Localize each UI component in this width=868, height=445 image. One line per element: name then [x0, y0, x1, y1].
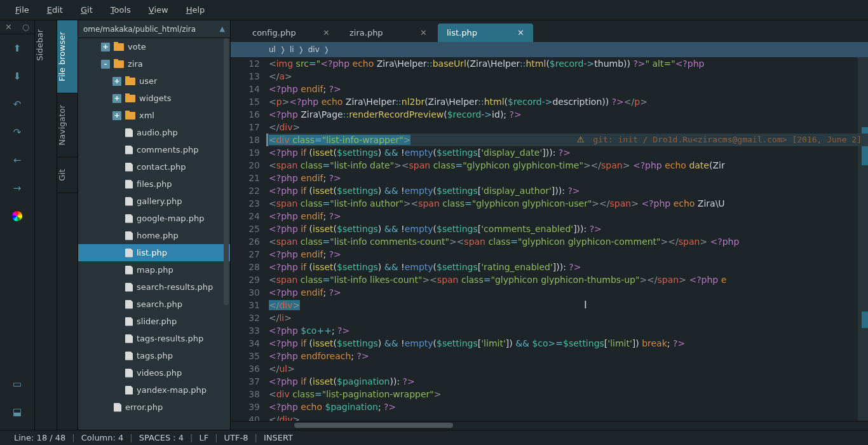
- code-line[interactable]: <span class="list-info comments-count"><…: [266, 235, 868, 248]
- code-line[interactable]: </div>I: [266, 299, 868, 312]
- code-line[interactable]: <?php if (isset($settings) && !empty($se…: [266, 146, 868, 159]
- layout-split-icon[interactable]: ⬓: [7, 402, 27, 422]
- folder-xml[interactable]: +xml: [78, 107, 230, 124]
- code-line[interactable]: <?php endif; ?>: [266, 83, 868, 95]
- menu-help[interactable]: Help: [177, 3, 214, 17]
- code-line[interactable]: <?php if (isset($settings) && !empty($se…: [266, 337, 868, 350]
- file-search.php[interactable]: search.php: [78, 296, 230, 313]
- status-eol[interactable]: LF: [193, 433, 215, 442]
- tab-zira-php[interactable]: zira.php✕: [341, 24, 436, 42]
- code-line[interactable]: <div class="list-pagination-wrapper">: [266, 388, 868, 400]
- panel-tab-git[interactable]: Git: [57, 158, 78, 193]
- code-line[interactable]: <?php Zira\Page::renderRecordPreview($re…: [266, 108, 868, 121]
- code-line[interactable]: </div>: [266, 413, 868, 421]
- sidebar-label[interactable]: Sidebar: [35, 20, 57, 70]
- file-tags-results.php[interactable]: tags-results.php: [78, 330, 230, 347]
- status-encoding[interactable]: UTF-8: [218, 433, 255, 442]
- menu-file[interactable]: File: [6, 3, 38, 17]
- code-line[interactable]: <?php endif; ?>: [266, 172, 868, 184]
- file-search-results.php[interactable]: search-results.php: [78, 278, 230, 296]
- file-yandex-map.php[interactable]: yandex-map.php: [78, 381, 230, 399]
- file-google-map.php[interactable]: google-map.php: [78, 210, 230, 227]
- tree-toggle-icon[interactable]: +: [112, 77, 121, 86]
- status-line[interactable]: Line: 18 / 48: [8, 433, 72, 442]
- folder-vote[interactable]: +vote: [78, 38, 230, 55]
- breadcrumb[interactable]: ul❭li❭div❭: [231, 42, 868, 57]
- tree-toggle-icon[interactable]: +: [112, 94, 121, 103]
- code-line[interactable]: <?php if (isset($settings) && !empty($se…: [266, 184, 868, 197]
- menu-git[interactable]: Git: [72, 3, 102, 17]
- tab-list-php[interactable]: list.php✕: [438, 24, 533, 42]
- color-picker-icon[interactable]: [7, 206, 27, 226]
- layout-icon[interactable]: ▭: [7, 374, 27, 394]
- file-error.php[interactable]: error.php: [78, 399, 230, 416]
- code-line[interactable]: <?php endif; ?>: [266, 248, 868, 261]
- code-line[interactable]: </li>: [266, 312, 868, 324]
- download-icon[interactable]: ⬇: [7, 66, 27, 86]
- code-line[interactable]: <img src="<?php echo Zira\Helper::baseUr…: [266, 57, 868, 70]
- file-gallery.php[interactable]: gallery.php: [78, 193, 230, 210]
- horizontal-scrollbar[interactable]: [231, 421, 868, 430]
- tree-toggle-icon[interactable]: +: [112, 111, 121, 120]
- file-home.php[interactable]: home.php: [78, 227, 230, 244]
- code-line[interactable]: </div>: [266, 121, 868, 134]
- breadcrumb-segment[interactable]: div: [308, 45, 320, 54]
- file-contact.php[interactable]: contact.php: [78, 158, 230, 175]
- undo-icon[interactable]: ↶: [7, 94, 27, 114]
- file-icon: [125, 317, 133, 326]
- panel-tab-file-browser[interactable]: File browser: [57, 20, 78, 93]
- back-icon[interactable]: ←: [7, 150, 27, 170]
- file-videos.php[interactable]: videos.php: [78, 364, 230, 381]
- code-line[interactable]: <?php endforeach; ?>: [266, 350, 868, 362]
- code-line[interactable]: <p><?php echo Zira\Helper::nl2br(Zira\He…: [266, 95, 868, 108]
- file-tags.php[interactable]: tags.php: [78, 347, 230, 364]
- folder-widgets[interactable]: +widgets: [78, 90, 230, 107]
- menu-edit[interactable]: Edit: [38, 3, 72, 17]
- file-map.php[interactable]: map.php: [78, 261, 230, 278]
- code-line[interactable]: <span class="list-info date"><span class…: [266, 159, 868, 172]
- path-up-icon[interactable]: ▲: [220, 25, 225, 33]
- tree-toggle-icon[interactable]: -: [101, 60, 110, 69]
- code-line[interactable]: </ul>: [266, 362, 868, 375]
- code-line[interactable]: <?php echo $pagination; ?>: [266, 400, 868, 413]
- code-line[interactable]: <?php endif; ?>: [266, 210, 868, 222]
- code-line[interactable]: <div class="list-info-wrapper">⚠ git: in…: [266, 134, 868, 146]
- code-line[interactable]: <?php if (isset($settings) && !empty($se…: [266, 222, 868, 235]
- status-mode[interactable]: INSERT: [257, 433, 299, 442]
- tab-config-php[interactable]: config.php✕: [243, 24, 339, 42]
- code-line[interactable]: <?php $co++; ?>: [266, 324, 868, 337]
- code-line[interactable]: <?php if (isset($pagination)): ?>: [266, 375, 868, 388]
- file-path[interactable]: ome/makaka/public_html/zira ▲: [78, 20, 230, 38]
- circle-icon[interactable]: ○: [17, 20, 34, 34]
- file-slider.php[interactable]: slider.php: [78, 313, 230, 330]
- status-spaces[interactable]: SPACES : 4: [133, 433, 190, 442]
- code-editor[interactable]: 1213141516171819202122232425262728293031…: [231, 57, 868, 421]
- tab-close-icon[interactable]: ✕: [420, 28, 427, 38]
- redo-icon[interactable]: ↷: [7, 122, 27, 142]
- breadcrumb-segment[interactable]: li: [290, 45, 294, 54]
- scrollbar[interactable]: [224, 38, 229, 305]
- forward-icon[interactable]: →: [7, 178, 27, 198]
- file-list.php[interactable]: list.php: [78, 244, 230, 261]
- menu-view[interactable]: View: [140, 3, 177, 17]
- upload-icon[interactable]: ⬆: [7, 38, 27, 58]
- editor-area: config.php✕zira.php✕list.php✕ ul❭li❭div❭…: [231, 20, 868, 430]
- status-column[interactable]: Column: 4: [75, 433, 130, 442]
- tab-close-icon[interactable]: ✕: [517, 28, 524, 38]
- code-line[interactable]: </a>: [266, 70, 868, 83]
- code-line[interactable]: <?php endif; ?>: [266, 286, 868, 299]
- tree-toggle-icon[interactable]: +: [101, 43, 110, 51]
- folder-user[interactable]: +user: [78, 72, 230, 90]
- code-line[interactable]: <span class="list-info author"><span cla…: [266, 197, 868, 210]
- folder-zira[interactable]: -zira: [78, 55, 230, 72]
- panel-tab-navigator[interactable]: Navigator: [57, 93, 78, 158]
- close-icon[interactable]: ✕: [0, 20, 17, 34]
- code-line[interactable]: <?php if (isset($settings) && !empty($se…: [266, 261, 868, 273]
- file-comments.php[interactable]: comments.php: [78, 141, 230, 158]
- menu-tools[interactable]: Tools: [102, 3, 140, 17]
- breadcrumb-segment[interactable]: ul: [269, 45, 276, 54]
- code-line[interactable]: <span class="list-info likes-count"><spa…: [266, 273, 868, 286]
- tab-close-icon[interactable]: ✕: [323, 28, 330, 38]
- file-audio.php[interactable]: audio.php: [78, 124, 230, 141]
- file-files.php[interactable]: files.php: [78, 175, 230, 193]
